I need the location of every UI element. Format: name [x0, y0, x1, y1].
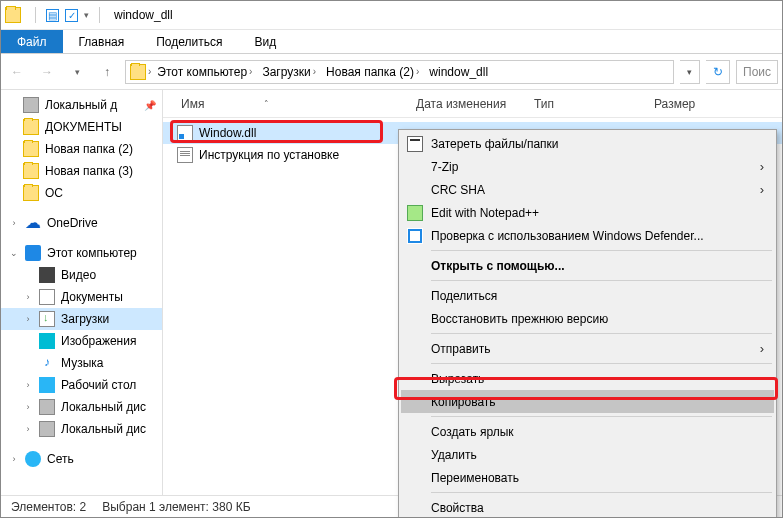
folder-icon: [23, 185, 39, 201]
ctx-restore[interactable]: Восстановить прежнюю версию: [401, 307, 774, 330]
tree-quick-item[interactable]: Локальный д📌: [1, 94, 162, 116]
ctx-notepadpp[interactable]: Edit with Notepad++: [401, 201, 774, 224]
separator: [431, 492, 772, 493]
tree-documents[interactable]: ›Документы: [1, 286, 162, 308]
ctx-7zip[interactable]: 7-Zip›: [401, 155, 774, 178]
document-icon: [39, 289, 55, 305]
ctx-share[interactable]: Поделиться: [401, 284, 774, 307]
search-input[interactable]: Поис: [736, 60, 778, 84]
separator: [431, 416, 772, 417]
col-size[interactable]: Размер: [654, 97, 782, 111]
ribbon-tabs: Файл Главная Поделиться Вид: [1, 30, 782, 54]
tab-view[interactable]: Вид: [238, 30, 292, 53]
recent-dropdown[interactable]: ▾: [65, 60, 89, 84]
chevron-right-icon: ›: [760, 159, 764, 174]
breadcrumb[interactable]: › Этот компьютер› Загрузки› Новая папка …: [125, 60, 674, 84]
file-name: Window.dll: [199, 126, 256, 140]
nav-tree[interactable]: Локальный д📌 ДОКУМЕНТЫ Новая папка (2) Н…: [1, 90, 163, 495]
qat-dropdown-icon[interactable]: ▾: [84, 10, 89, 20]
notepadpp-icon: [407, 205, 423, 221]
music-icon: ♪: [39, 355, 55, 371]
quick-access-toolbar: ▤ ✓ ▾: [5, 7, 104, 23]
separator: [99, 7, 100, 23]
dll-file-icon: [177, 125, 193, 141]
pin-icon: 📌: [144, 100, 156, 111]
defender-icon: [407, 228, 423, 244]
col-type[interactable]: Тип: [534, 97, 654, 111]
window-title: window_dll: [114, 8, 173, 22]
address-history-dropdown[interactable]: ▾: [680, 60, 700, 84]
sort-asc-icon: ˄: [264, 99, 269, 109]
ctx-cut[interactable]: Вырезать: [401, 367, 774, 390]
separator: [431, 250, 772, 251]
column-headers: Имя˄ Дата изменения Тип Размер: [163, 90, 782, 118]
chevron-right-icon[interactable]: ›: [9, 218, 19, 228]
shred-icon: [407, 136, 423, 152]
separator: [431, 333, 772, 334]
address-bar: ← → ▾ ↑ › Этот компьютер› Загрузки› Нова…: [1, 54, 782, 90]
drive-icon: [23, 97, 39, 113]
folder-icon: [23, 119, 39, 135]
separator: [35, 7, 36, 23]
col-name[interactable]: Имя˄: [163, 97, 416, 111]
title-bar: ▤ ✓ ▾ window_dll: [1, 1, 782, 30]
tree-item[interactable]: Новая папка (2): [1, 138, 162, 160]
tree-network[interactable]: ›Сеть: [1, 448, 162, 470]
separator: [431, 363, 772, 364]
ctx-shred[interactable]: Затереть файлы/папки: [401, 132, 774, 155]
folder-icon: [23, 163, 39, 179]
ctx-create-shortcut[interactable]: Создать ярлык: [401, 420, 774, 443]
onedrive-icon: ☁: [25, 215, 41, 231]
desktop-icon: [39, 377, 55, 393]
ctx-copy[interactable]: Копировать: [401, 390, 774, 413]
tree-desktop[interactable]: ›Рабочий стол: [1, 374, 162, 396]
ctx-delete[interactable]: Удалить: [401, 443, 774, 466]
downloads-icon: [39, 311, 55, 327]
ctx-send-to[interactable]: Отправить›: [401, 337, 774, 360]
file-name: Инструкция по установке: [199, 148, 339, 162]
tree-item[interactable]: Новая папка (3): [1, 160, 162, 182]
ctx-rename[interactable]: Переименовать: [401, 466, 774, 489]
tree-music[interactable]: ♪Музыка: [1, 352, 162, 374]
status-selection: Выбран 1 элемент: 380 КБ: [102, 500, 250, 514]
qat-checkbox-icon[interactable]: ✓: [65, 9, 78, 22]
crumb-windowdll[interactable]: window_dll: [425, 65, 492, 79]
tree-images[interactable]: Изображения: [1, 330, 162, 352]
folder-icon: [23, 141, 39, 157]
qat-properties-icon[interactable]: ▤: [46, 9, 59, 22]
crumb-folder2[interactable]: Новая папка (2)›: [322, 65, 423, 79]
folder-icon: [5, 7, 21, 23]
ctx-defender[interactable]: Проверка с использованием Windows Defend…: [401, 224, 774, 247]
chevron-right-icon: ›: [760, 182, 764, 197]
tree-drive-d[interactable]: ›Локальный дис: [1, 418, 162, 440]
tab-share[interactable]: Поделиться: [140, 30, 238, 53]
chevron-right-icon[interactable]: ›: [148, 66, 151, 77]
forward-button[interactable]: →: [35, 60, 59, 84]
chevron-down-icon[interactable]: ⌄: [9, 248, 19, 258]
video-icon: [39, 267, 55, 283]
tree-item[interactable]: ОС: [1, 182, 162, 204]
tree-drive-c[interactable]: ›Локальный дис: [1, 396, 162, 418]
tab-file[interactable]: Файл: [1, 30, 63, 53]
tree-videos[interactable]: Видео: [1, 264, 162, 286]
tree-downloads[interactable]: ›Загрузки: [1, 308, 162, 330]
tree-item[interactable]: ДОКУМЕНТЫ: [1, 116, 162, 138]
crumb-downloads[interactable]: Загрузки›: [258, 65, 320, 79]
col-date[interactable]: Дата изменения: [416, 97, 534, 111]
drive-icon: [39, 399, 55, 415]
refresh-button[interactable]: ↻: [706, 60, 730, 84]
crumb-pc[interactable]: Этот компьютер›: [153, 65, 256, 79]
ctx-open-with[interactable]: Открыть с помощью...: [401, 254, 774, 277]
tab-home[interactable]: Главная: [63, 30, 141, 53]
ctx-crc[interactable]: CRC SHA›: [401, 178, 774, 201]
text-file-icon: [177, 147, 193, 163]
back-button[interactable]: ←: [5, 60, 29, 84]
drive-icon: [39, 421, 55, 437]
ctx-properties[interactable]: Свойства: [401, 496, 774, 518]
status-item-count: Элементов: 2: [11, 500, 86, 514]
images-icon: [39, 333, 55, 349]
folder-icon: [130, 64, 146, 80]
tree-onedrive[interactable]: ›☁OneDrive: [1, 212, 162, 234]
tree-this-pc[interactable]: ⌄Этот компьютер: [1, 242, 162, 264]
up-button[interactable]: ↑: [95, 60, 119, 84]
